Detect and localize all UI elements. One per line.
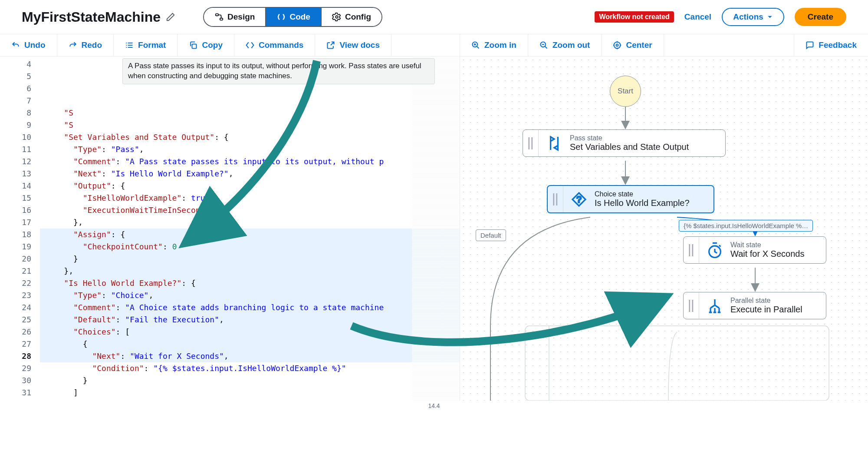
node-name: Wait for X Seconds: [730, 249, 804, 259]
node-wait[interactable]: Wait stateWait for X Seconds: [683, 236, 826, 264]
center-button[interactable]: Center: [602, 34, 664, 56]
tab-code[interactable]: Code: [265, 8, 321, 26]
pass-icon: [539, 130, 570, 156]
commands-icon: [246, 41, 254, 50]
node-kind: Wait state: [730, 241, 804, 249]
redo-button[interactable]: Redo: [57, 34, 114, 56]
minimap[interactable]: [412, 56, 460, 401]
svg-point-2: [335, 16, 338, 18]
edit-icon[interactable]: [166, 12, 175, 22]
node-kind: Parallel state: [730, 297, 802, 305]
drag-handle-icon[interactable]: [548, 186, 563, 212]
code-editor[interactable]: A Pass state passes its input to its out…: [40, 56, 460, 401]
svg-rect-11: [525, 326, 829, 401]
tooltip: A Pass state passes its input to its out…: [122, 58, 435, 84]
node-name: Is Hello World Example?: [595, 198, 690, 208]
zoom-out-button[interactable]: Zoom out: [528, 34, 602, 56]
main: 4567891011121314151617181920212223242526…: [0, 56, 868, 401]
parallel-icon: [699, 292, 730, 319]
canvas-pane[interactable]: Start Pass stateSet Variables and State …: [460, 56, 868, 401]
gutter: 4567891011121314151617181920212223242526…: [0, 56, 40, 401]
feedback-icon: [806, 41, 814, 50]
cancel-button[interactable]: Cancel: [684, 12, 711, 22]
undo-icon: [11, 41, 20, 50]
svg-rect-0: [216, 14, 218, 16]
edge-label[interactable]: Default: [476, 229, 506, 241]
svg-text:?: ?: [576, 194, 581, 204]
title-wrap: MyFirstStateMachine: [22, 9, 175, 25]
start-node[interactable]: Start: [610, 76, 641, 107]
page-title: MyFirstStateMachine: [22, 9, 161, 25]
format-button[interactable]: Format: [114, 34, 178, 56]
commands-button[interactable]: Commands: [234, 34, 315, 56]
view-tabs: Design Code Config: [203, 7, 382, 27]
actions-button[interactable]: Actions: [722, 8, 784, 26]
svg-rect-3: [192, 44, 197, 49]
toolbars: Undo Redo Format Copy Commands View docs…: [0, 34, 868, 56]
editor-pane: 4567891011121314151617181920212223242526…: [0, 56, 460, 401]
drag-handle-icon[interactable]: [684, 237, 699, 263]
create-button[interactable]: Create: [795, 8, 846, 26]
tab-design[interactable]: Design: [204, 8, 265, 26]
tab-config[interactable]: Config: [321, 8, 381, 26]
drag-handle-icon[interactable]: [684, 292, 699, 319]
editor-toolbar: Undo Redo Format Copy Commands View docs: [0, 34, 460, 56]
footer: 14.4: [0, 401, 868, 411]
node-choice[interactable]: ? Choice stateIs Hello World Example?: [547, 185, 714, 213]
svg-point-6: [616, 44, 618, 46]
svg-rect-1: [220, 18, 223, 20]
zoom-in-button[interactable]: Zoom in: [460, 34, 528, 56]
node-kind: Pass state: [570, 134, 689, 142]
node-parallel[interactable]: Parallel stateExecute in Parallel: [683, 292, 826, 319]
header: MyFirstStateMachine Design Code Config W…: [0, 0, 868, 34]
center-icon: [613, 41, 621, 50]
choice-icon: ?: [563, 186, 595, 212]
node-name: Execute in Parallel: [730, 305, 802, 315]
copy-button[interactable]: Copy: [178, 34, 234, 56]
undo-button[interactable]: Undo: [0, 34, 57, 56]
edge-label[interactable]: {% $states.input.IsHelloWorldExample %…: [679, 220, 813, 232]
external-icon: [326, 41, 335, 50]
node-kind: Choice state: [595, 190, 690, 198]
drag-handle-icon[interactable]: [523, 130, 539, 156]
node-pass[interactable]: Pass stateSet Variables and State Output: [523, 129, 726, 157]
canvas-toolbar: Zoom in Zoom out Center Feedback: [460, 34, 868, 56]
zoom-in-icon: [471, 41, 480, 50]
redo-icon: [69, 41, 77, 50]
status-badge: Workflow not created: [595, 11, 674, 23]
zoom-out-icon: [539, 41, 548, 50]
svg-point-7: [614, 42, 621, 49]
chevron-down-icon: [767, 14, 773, 20]
wait-icon: [699, 237, 730, 263]
copy-icon: [189, 41, 197, 50]
view-docs-button[interactable]: View docs: [315, 34, 391, 56]
format-icon: [125, 41, 134, 50]
node-name: Set Variables and State Output: [570, 142, 689, 152]
feedback-button[interactable]: Feedback: [794, 34, 868, 56]
